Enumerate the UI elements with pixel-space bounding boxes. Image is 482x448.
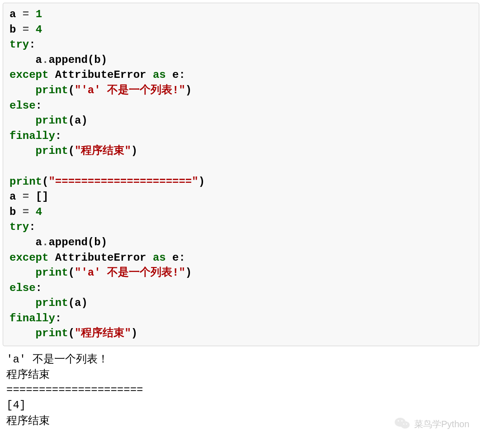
- svg-point-4: [403, 424, 404, 425]
- code-token: e: [172, 252, 179, 264]
- code-token: "程序结束": [75, 327, 131, 339]
- code-token: a: [9, 8, 23, 20]
- code-token: [9, 327, 36, 339]
- code-token: []: [36, 191, 49, 203]
- code-token: [9, 114, 36, 127]
- code-token: a: [75, 114, 81, 127]
- code-token: (: [68, 267, 75, 279]
- code-token: =: [23, 191, 36, 203]
- code-token: finally: [9, 130, 55, 142]
- code-token: except: [9, 252, 48, 264]
- output-line: 程序结束: [6, 368, 50, 380]
- code-token: as: [153, 252, 166, 264]
- code-token: b: [94, 236, 100, 248]
- code-token: :: [29, 221, 35, 233]
- code-token: print: [36, 84, 68, 96]
- code-token: ): [185, 267, 192, 279]
- code-token: =: [23, 24, 36, 36]
- code-token: b: [94, 54, 100, 66]
- code-token: =: [23, 206, 36, 218]
- code-token: (: [68, 145, 75, 157]
- code-token: [9, 54, 36, 66]
- code-token: :: [179, 69, 185, 81]
- code-token: :: [29, 38, 35, 51]
- code-token: 4: [36, 24, 42, 36]
- code-block: a = 1 b = 4 try: a.append(b) except Attr…: [3, 3, 479, 346]
- code-token: "'a' 不是一个列表!": [75, 84, 185, 96]
- code-token: :: [55, 130, 61, 142]
- code-token: a: [75, 297, 81, 309]
- code-token: ): [185, 84, 192, 96]
- code-token: print: [36, 145, 68, 157]
- code-token: [166, 69, 172, 81]
- code-token: a: [36, 54, 42, 66]
- code-token: [9, 297, 36, 309]
- code-token: 4: [36, 206, 42, 218]
- code-token: print: [9, 176, 42, 188]
- code-token: print: [36, 114, 68, 127]
- code-token: 1: [36, 8, 42, 20]
- watermark-text: 菜鸟学Python: [414, 418, 469, 428]
- output-line: =====================: [6, 384, 143, 396]
- code-token: "=====================": [48, 176, 198, 188]
- code-token: ): [81, 114, 87, 127]
- code-token: else: [9, 100, 36, 112]
- code-token: [9, 267, 36, 279]
- code-token: print: [36, 297, 68, 309]
- code-token: [9, 236, 36, 248]
- code-token: else: [9, 282, 36, 294]
- code-token: (: [68, 297, 75, 309]
- code-token: AttributeError: [55, 69, 146, 81]
- code-token: "'a' 不是一个列表!": [75, 267, 185, 279]
- svg-point-2: [397, 420, 399, 421]
- code-token: [48, 69, 55, 81]
- code-token: :: [55, 312, 61, 324]
- code-token: "程序结束": [75, 145, 131, 157]
- output-line: 'a' 不是一个列表！: [6, 353, 109, 366]
- code-token: append: [48, 54, 87, 66]
- code-token: (: [68, 84, 75, 96]
- code-token: try: [9, 221, 29, 233]
- code-token: except: [9, 69, 48, 81]
- code-token: [48, 252, 55, 264]
- code-token: e: [172, 69, 179, 81]
- code-token: ): [101, 54, 107, 66]
- code-token: b: [9, 206, 23, 218]
- code-token: :: [179, 252, 185, 264]
- code-token: ): [101, 236, 107, 248]
- code-token: print: [36, 327, 68, 339]
- svg-point-5: [406, 424, 407, 425]
- code-token: :: [36, 282, 42, 294]
- code-token: ): [131, 145, 137, 157]
- watermark: 菜鸟学Python: [394, 416, 469, 428]
- code-token: a: [9, 191, 23, 203]
- output-line: [4]: [6, 399, 26, 411]
- code-token: (: [42, 176, 48, 188]
- code-token: [9, 84, 36, 96]
- code-token: .: [42, 54, 48, 66]
- code-token: (: [68, 114, 75, 127]
- code-token: [9, 145, 36, 157]
- code-token: :: [36, 100, 42, 112]
- code-token: append: [48, 236, 87, 248]
- code-token: =: [23, 8, 36, 20]
- wechat-icon: [394, 416, 411, 428]
- code-token: try: [9, 38, 29, 51]
- code-token: AttributeError: [55, 252, 146, 264]
- code-token: print: [36, 267, 68, 279]
- code-token: [146, 252, 152, 264]
- code-token: a: [36, 236, 42, 248]
- code-token: ): [131, 327, 137, 339]
- code-token: ): [198, 176, 205, 188]
- code-token: (: [68, 327, 75, 339]
- code-token: b: [9, 24, 23, 36]
- code-token: finally: [9, 312, 55, 324]
- code-token: .: [42, 236, 48, 248]
- code-token: ): [81, 297, 87, 309]
- code-token: (: [88, 54, 94, 66]
- code-token: [166, 252, 172, 264]
- svg-point-3: [401, 420, 402, 421]
- code-token: [146, 69, 152, 81]
- output-line: 程序结束: [6, 414, 50, 426]
- code-token: as: [153, 69, 166, 81]
